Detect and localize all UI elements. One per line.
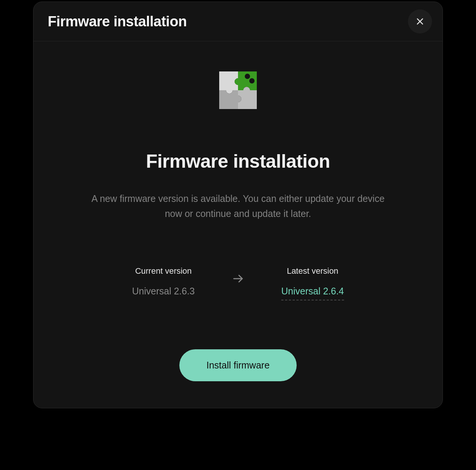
install-firmware-button[interactable]: Install firmware [179,349,297,381]
latest-version-block: Latest version Universal 2.6.4 [281,266,344,300]
puzzle-icon [212,64,264,117]
current-version-block: Current version Universal 2.6.3 [132,266,195,297]
main-heading: Firmware installation [146,150,330,172]
description-text: A new firmware version is available. You… [82,191,394,221]
svg-point-2 [245,74,250,79]
close-icon [415,17,424,26]
latest-version-label: Latest version [287,266,338,276]
modal-body: Firmware installation A new firmware ver… [33,41,443,408]
arrow-right-icon [232,273,244,286]
latest-version-value[interactable]: Universal 2.6.4 [281,286,344,300]
modal-header: Firmware installation [33,2,443,41]
current-version-label: Current version [135,266,191,276]
version-row: Current version Universal 2.6.3 Latest v… [132,266,344,300]
firmware-install-modal: Firmware installation [33,2,443,408]
modal-title: Firmware installation [48,14,187,30]
current-version-value: Universal 2.6.3 [132,286,195,297]
svg-point-3 [249,78,255,83]
close-button[interactable] [408,9,432,33]
